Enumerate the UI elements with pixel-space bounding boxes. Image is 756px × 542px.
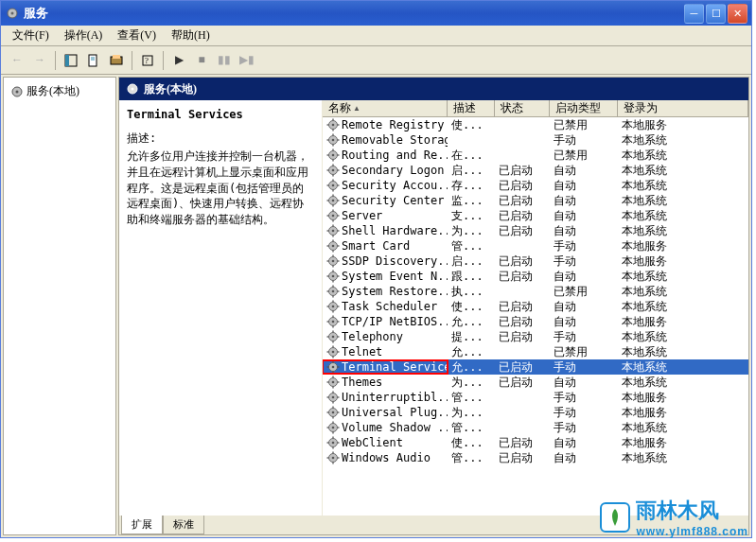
svg-point-40 [332, 184, 335, 187]
close-button[interactable]: ✕ [728, 4, 747, 24]
refresh-button[interactable]: ? [137, 50, 158, 71]
service-desc: 管... [448, 390, 495, 406]
service-desc: 使... [448, 435, 495, 451]
service-startup: 自动 [550, 269, 618, 285]
titlebar[interactable]: 服务 ─ ☐ ✕ [1, 1, 751, 26]
service-logon: 本地系统 [618, 178, 748, 194]
service-logon: 本地系统 [618, 299, 748, 315]
service-desc: 为... [448, 223, 495, 239]
col-header-status[interactable]: 状态 [495, 100, 550, 116]
service-desc: 允... [448, 344, 495, 360]
service-row[interactable]: Volume Shadow ...管...手动本地系统 [323, 420, 748, 435]
service-row[interactable]: Security Center监...已启动自动本地系统 [323, 193, 748, 208]
service-desc: 启... [448, 254, 495, 270]
col-header-logon[interactable]: 登录为 [618, 100, 748, 116]
service-row[interactable]: System Event N...跟...已启动自动本地系统 [323, 269, 748, 284]
gear-icon [326, 300, 340, 313]
col-header-desc[interactable]: 描述 [448, 100, 495, 116]
service-row[interactable]: Telnet允...已禁用本地系统 [323, 344, 748, 359]
properties-button[interactable] [83, 50, 104, 71]
service-startup: 手动 [550, 405, 618, 421]
svg-point-12 [16, 90, 19, 93]
service-desc: 为... [448, 375, 495, 391]
service-row[interactable]: Removable Storage手动本地系统 [323, 132, 748, 148]
service-status: 已启动 [495, 193, 550, 209]
service-startup: 自动 [550, 178, 618, 194]
service-logon: 本地系统 [618, 450, 748, 466]
sort-asc-icon: ▲ [353, 104, 360, 113]
app-icon [5, 6, 20, 21]
tab-standard[interactable]: 标准 [163, 516, 204, 534]
tab-extended[interactable]: 扩展 [121, 516, 163, 534]
svg-rect-8 [113, 55, 120, 59]
service-row[interactable]: Terminal Services允...已启动手动本地系统 [323, 359, 748, 375]
service-logon: 本地系统 [618, 223, 748, 239]
stop-service-button[interactable]: ■ [191, 50, 212, 71]
gear-icon [326, 436, 340, 449]
tree-pane[interactable]: 服务(本地) [3, 77, 116, 535]
service-startup: 手动 [550, 329, 618, 345]
service-row[interactable]: Smart Card管...手动本地服务 [323, 238, 748, 254]
service-row[interactable]: Server支...已启动自动本地系统 [323, 208, 748, 223]
svg-rect-3 [65, 55, 69, 66]
menu-file[interactable]: 文件(F) [7, 26, 55, 45]
service-row[interactable]: System Restore...执...已禁用本地系统 [323, 284, 748, 299]
gear-icon [326, 118, 340, 131]
forward-button[interactable]: → [29, 50, 50, 71]
gear-icon [326, 164, 340, 177]
maximize-button[interactable]: ☐ [706, 4, 726, 24]
detail-desc-text: 允许多位用户连接并控制一台机器，并且在远程计算机上显示桌面和应用程序。这是远程桌… [127, 149, 314, 228]
restart-service-button[interactable]: ▶▮ [237, 50, 257, 71]
tree-root-services[interactable]: 服务(本地) [8, 81, 112, 101]
separator [163, 51, 164, 70]
pause-service-button[interactable]: ▮▮ [214, 50, 235, 71]
service-row[interactable]: Secondary Logon启...已启动自动本地系统 [323, 163, 748, 178]
menu-help[interactable]: 帮助(H) [166, 26, 216, 45]
service-row[interactable]: Universal Plug...为...手动本地服务 [323, 405, 748, 420]
service-row[interactable]: Windows Audio管...已启动自动本地系统 [323, 450, 748, 465]
service-desc: 监... [448, 193, 495, 209]
service-row[interactable]: Task Scheduler使...已启动自动本地系统 [323, 299, 748, 314]
back-button[interactable]: ← [7, 50, 27, 71]
service-row[interactable]: Security Accou...存...已启动自动本地系统 [323, 178, 748, 193]
svg-point-136 [332, 427, 335, 429]
gear-icon [326, 285, 340, 298]
gear-icon [326, 194, 340, 207]
col-header-startup[interactable]: 启动类型 [550, 100, 618, 116]
service-desc: 在... [448, 148, 495, 164]
svg-point-124 [332, 396, 335, 399]
service-row[interactable]: Uninterruptibl...管...手动本地服务 [323, 390, 748, 405]
service-row[interactable]: Routing and Re...在...已禁用本地系统 [323, 148, 748, 163]
svg-point-22 [332, 139, 335, 142]
svg-point-14 [132, 88, 134, 91]
service-row[interactable]: SSDP Discovery...启...已启动手动本地服务 [323, 254, 748, 269]
service-status: 已启动 [495, 269, 550, 285]
service-row[interactable]: Themes为...已启动自动本地系统 [323, 375, 748, 390]
service-row[interactable]: Telephony提...已启动手动本地系统 [323, 329, 748, 344]
col-header-name[interactable]: 名称▲ [323, 100, 448, 116]
detail-pane: Terminal Services 描述: 允许多位用户连接并控制一台机器，并且… [119, 100, 323, 516]
service-startup: 自动 [550, 193, 618, 209]
service-list[interactable]: 名称▲ 描述 状态 启动类型 登录为 Remote Registry使...已禁… [323, 100, 748, 516]
service-row[interactable]: Shell Hardware...为...已启动自动本地系统 [323, 223, 748, 238]
service-row[interactable]: WebClient使...已启动自动本地服务 [323, 435, 748, 450]
service-row[interactable]: Remote Registry使...已禁用本地服务 [323, 117, 748, 132]
show-hide-tree-button[interactable] [61, 50, 81, 71]
menu-view[interactable]: 查看(V) [112, 26, 162, 45]
minimize-button[interactable]: ─ [684, 4, 704, 24]
service-status: 已启动 [495, 254, 550, 270]
service-name: Secondary Logon [342, 164, 444, 177]
start-service-button[interactable]: ▶ [168, 50, 189, 71]
service-status: 已启动 [495, 223, 550, 239]
service-row[interactable]: TCP/IP NetBIOS...允...已启动自动本地服务 [323, 314, 748, 329]
service-startup: 自动 [550, 299, 618, 315]
menu-action[interactable]: 操作(A) [59, 26, 109, 45]
export-button[interactable] [106, 50, 127, 71]
service-name: SSDP Discovery... [342, 254, 448, 268]
svg-point-100 [332, 336, 335, 339]
service-desc: 管... [448, 238, 495, 254]
service-desc: 支... [448, 208, 495, 224]
right-body: Terminal Services 描述: 允许多位用户连接并控制一台机器，并且… [119, 100, 748, 516]
svg-point-46 [332, 200, 335, 202]
gear-icon [9, 84, 25, 99]
